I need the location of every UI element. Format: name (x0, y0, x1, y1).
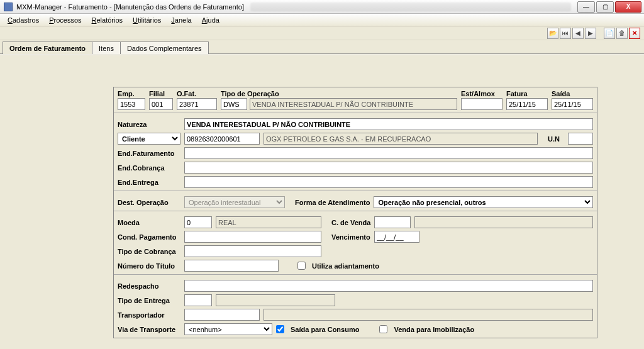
end-fat-input[interactable] (184, 147, 593, 159)
ofat-input[interactable] (177, 98, 217, 110)
natureza-input[interactable] (184, 118, 593, 130)
menubar: Cadastros Processos Relatórios Utilitári… (0, 14, 644, 26)
saida-consumo-label: Saída para Consumo (291, 326, 359, 333)
toolbar-prev-icon[interactable]: ◀ (572, 28, 584, 39)
section-transporte: Redespacho Tipo de Entrega Transportador… (114, 275, 597, 338)
venc-input[interactable] (374, 231, 419, 243)
tipoop-desc-input (250, 98, 457, 110)
tab-itens[interactable]: Itens (92, 42, 121, 54)
toolbar-report-icon[interactable]: 📄 (604, 28, 615, 39)
window-title: MXM-Manager - Faturamento - [Manutenção … (16, 3, 244, 11)
main-panel: Emp. Filial O.Fat. Tipo de Operação (0, 55, 644, 349)
cvenda-input[interactable] (374, 216, 411, 228)
tcob-label: Tipo de Cobrança (118, 248, 180, 255)
estalmox-label: Est/Almox (461, 90, 502, 97)
numtit-label: Número do Título (118, 262, 180, 270)
toolbar-open-icon[interactable]: 📂 (547, 28, 558, 39)
menu-utilitarios[interactable]: Utilitários (129, 15, 165, 25)
form-frame: Emp. Filial O.Fat. Tipo de Operação (113, 87, 597, 338)
tentrega-label: Tipo de Entrega (118, 297, 180, 304)
menu-janela[interactable]: Janela (167, 15, 195, 25)
toolbar-delete-icon[interactable]: 🗑 (616, 28, 628, 39)
un-input[interactable] (568, 133, 593, 145)
toolbar-first-icon[interactable]: ⏮ (560, 28, 571, 39)
ofat-label: O.Fat. (177, 90, 217, 97)
redes-input[interactable] (184, 280, 593, 292)
toolbar-nav-group: 📂 ⏮ ◀ ▶ (547, 28, 596, 39)
destop-label: Dest. Operação (118, 199, 180, 206)
tentrega-code-input[interactable] (184, 294, 212, 306)
tab-dados-complementares[interactable]: Dados Complementares (120, 42, 209, 54)
tabstrip: Ordem de Faturamento Itens Dados Complem… (0, 40, 644, 54)
menu-cadastros[interactable]: Cadastros (4, 15, 43, 25)
close-button[interactable]: X (615, 1, 641, 13)
menu-relatorios[interactable]: Relatórios (88, 15, 127, 25)
transp-desc-input (264, 309, 593, 321)
adiant-checkbox[interactable] (297, 262, 306, 270)
forma-select[interactable]: Operação não presencial, outros (374, 196, 593, 208)
moeda-code-input[interactable] (184, 216, 212, 228)
section-pagamento: Moeda C. de Venda Cond. Pagamento Vencim… (114, 211, 597, 275)
toolbar-close-icon[interactable]: ✕ (629, 28, 640, 39)
tcob-input[interactable] (184, 245, 321, 257)
tipoop-code-input[interactable] (221, 98, 247, 110)
via-select[interactable]: <nenhum> (184, 323, 272, 335)
end-fat-label: End.Faturamento (118, 150, 180, 157)
tab-ordem-faturamento[interactable]: Ordem de Faturamento (3, 42, 92, 54)
fatura-label: Fatura (506, 90, 548, 97)
numtit-input[interactable] (184, 260, 279, 272)
minimize-button[interactable]: — (577, 1, 595, 13)
saida-input[interactable] (552, 98, 593, 110)
titlebar-blur (250, 3, 571, 11)
transp-code-input[interactable] (184, 309, 260, 321)
section-destop: Dest. Operação Operação interestadual Fo… (114, 191, 597, 211)
via-label: Via de Transporte (118, 326, 180, 333)
moeda-name-input (216, 216, 321, 228)
filial-label: Filial (149, 90, 173, 97)
app-icon (4, 3, 13, 11)
adiant-label: Utiliza adiantamento (312, 262, 379, 270)
venda-imob-label: Venda para Imobilização (394, 326, 474, 333)
moeda-label: Moeda (118, 219, 180, 226)
saida-label: Saída (552, 90, 593, 97)
end-cob-label: End.Cobrança (118, 164, 180, 172)
end-ent-input[interactable] (184, 176, 593, 188)
tentrega-desc-input (216, 294, 335, 306)
cvenda-label: C. de Venda (331, 219, 370, 226)
end-ent-label: End.Entrega (118, 179, 180, 186)
natureza-label: Natureza (118, 121, 180, 128)
emp-input[interactable] (118, 98, 145, 110)
titlebar: MXM-Manager - Faturamento - [Manutenção … (0, 0, 644, 14)
transp-label: Transportador (118, 311, 180, 319)
estalmox-input[interactable] (461, 98, 502, 110)
menu-ajuda[interactable]: Ajuda (198, 15, 223, 25)
venc-label: Vencimento (331, 233, 370, 241)
header-row: Emp. Filial O.Fat. Tipo de Operação (118, 90, 593, 110)
cond-pag-label: Cond. Pagamento (118, 233, 180, 241)
filial-input[interactable] (149, 98, 173, 110)
cliente-type-select[interactable]: Cliente (118, 133, 180, 145)
window-buttons: — ▢ X (577, 1, 641, 13)
cliente-code-input[interactable] (184, 133, 260, 145)
toolbar-action-group: 📄 🗑 ✕ (604, 28, 640, 39)
cliente-name-input (264, 133, 538, 145)
menu-processos[interactable]: Processos (45, 15, 85, 25)
end-cob-input[interactable] (184, 162, 593, 174)
venda-imob-checkbox[interactable] (379, 325, 387, 333)
toolbar-row: 📂 ⏮ ◀ ▶ 📄 🗑 ✕ (0, 26, 644, 40)
section-header: Emp. Filial O.Fat. Tipo de Operação (114, 87, 597, 113)
forma-label: Forma de Atendimento (295, 199, 370, 206)
redes-label: Redespacho (118, 282, 180, 290)
cvenda-desc-input (414, 216, 593, 228)
fatura-input[interactable] (506, 98, 548, 110)
tipoop-label: Tipo de Operação (221, 90, 457, 97)
saida-consumo-checkbox[interactable] (276, 325, 284, 333)
toolbar-next-icon[interactable]: ▶ (585, 28, 596, 39)
maximize-button[interactable]: ▢ (596, 1, 614, 13)
section-cliente: Natureza Cliente U.N End.Faturamento End… (114, 113, 597, 191)
cond-pag-input[interactable] (184, 231, 321, 243)
destop-select[interactable]: Operação interestadual (184, 196, 285, 208)
un-label: U.N (548, 135, 564, 143)
emp-label: Emp. (118, 90, 145, 97)
